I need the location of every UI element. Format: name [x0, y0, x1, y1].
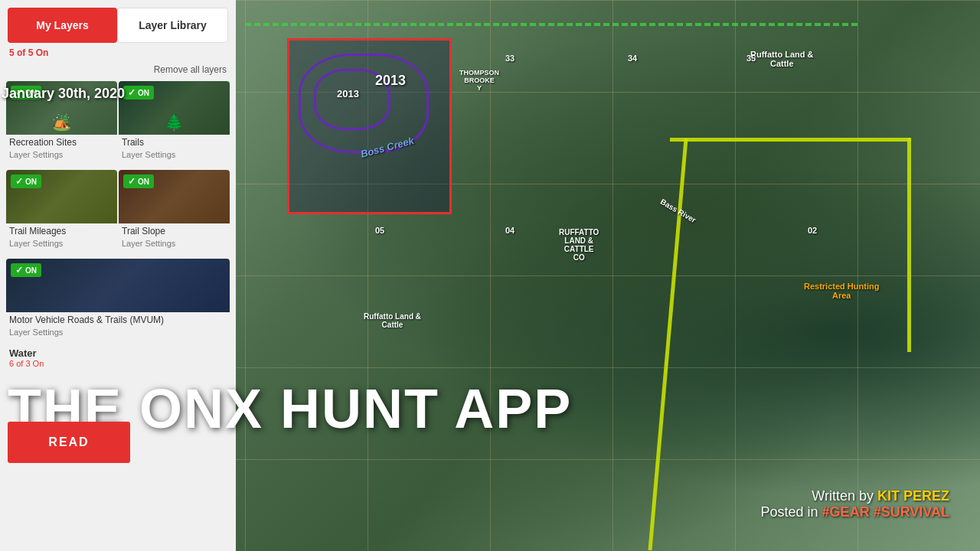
recreation-settings[interactable]: Layer Settings — [6, 149, 117, 164]
read-button-container: READ — [8, 422, 130, 463]
trail-mileages-label: Trail Mileages — [6, 223, 117, 238]
layer-card-motor-vehicle[interactable]: ✓ ON Motor Vehicle Roads & Trails (MVUM)… — [6, 259, 230, 341]
on-label-motor: ON — [25, 266, 37, 275]
trails-settings[interactable]: Layer Settings — [119, 149, 230, 164]
map-attribution: Written by KIT PEREZ Posted in #GEAR #SU… — [761, 488, 949, 520]
read-button[interactable]: READ — [8, 422, 130, 463]
written-by-text: Written by KIT PEREZ — [761, 488, 949, 504]
yellow-road-2 — [907, 138, 911, 352]
layer-grid-1: 🏕️ ✓ ON Recreation Sites Layer Settings … — [0, 81, 236, 170]
map-selection-box — [287, 38, 452, 214]
recreation-label: Recreation Sites — [6, 135, 117, 149]
on-label-trail-slope: ON — [138, 178, 149, 186]
check-icon-recreation: ✓ — [15, 87, 23, 98]
on-label-trail-mileages: ON — [25, 178, 37, 186]
grid-num-04: 04 — [505, 226, 514, 235]
layer-card-recreation[interactable]: 🏕️ ✓ ON Recreation Sites Layer Settings — [6, 81, 117, 164]
check-icon-trails: ✓ — [128, 87, 136, 98]
on-badge-trail-slope: ✓ ON — [123, 174, 154, 188]
trail-mileages-settings[interactable]: Layer Settings — [6, 238, 117, 253]
sidebar: My Layers Layer Library 5 of 5 On Remove… — [0, 0, 236, 551]
layer-img-recreation: 🏕️ ✓ ON — [6, 81, 117, 135]
layer-img-trail-slope: ✓ ON — [119, 170, 230, 223]
layer-img-trails: 🌲 ✓ ON — [119, 81, 230, 135]
sidebar-scroll[interactable]: Remove all layers 🏕️ ✓ ON Recreation Sit… — [0, 63, 236, 551]
check-icon-motor: ✓ — [15, 265, 23, 276]
tags-label: #GEAR #SURVIVAL — [822, 504, 949, 520]
tab-layer-library[interactable]: Layer Library — [117, 8, 228, 43]
layer-card-trails[interactable]: 🌲 ✓ ON Trails Layer Settings — [119, 81, 230, 164]
posted-in-label: Posted in — [761, 504, 818, 520]
layer-card-trail-mileages[interactable]: ✓ ON Trail Mileages Layer Settings — [6, 170, 117, 253]
tab-bar: My Layers Layer Library — [0, 0, 236, 43]
author-name: KIT PEREZ — [877, 488, 949, 504]
thompson-label: THOMPSONBROOKEY — [459, 69, 499, 92]
grid-num-34: 34 — [628, 54, 637, 63]
written-by-label: Written by — [812, 488, 874, 504]
motor-vehicle-label: Motor Vehicle Roads & Trails (MVUM) — [6, 312, 230, 327]
on-badge-recreation: ✓ ON — [11, 86, 41, 99]
tab-my-layers[interactable]: My Layers — [8, 8, 117, 43]
trails-label: Trails — [119, 135, 230, 149]
on-label-recreation: ON — [25, 89, 37, 97]
grid-num-05: 05 — [375, 226, 384, 235]
year-2013b-label: 2013 — [337, 88, 359, 99]
ruffatto-right-label: Ruffatto Land &Cattle — [750, 50, 813, 68]
check-icon-trail-slope: ✓ — [128, 176, 136, 187]
grid-num-02: 02 — [808, 226, 817, 235]
check-icon-trail-mileages: ✓ — [15, 176, 23, 187]
restricted-hunting-label: Restricted HuntingArea — [804, 282, 879, 300]
layer-card-trail-slope[interactable]: ✓ ON Trail Slope Layer Settings — [119, 170, 230, 253]
grid-num-33: 33 — [505, 54, 514, 63]
trail-slope-settings[interactable]: Layer Settings — [119, 238, 230, 253]
on-badge-motor: ✓ ON — [11, 263, 41, 277]
water-label: Water — [9, 347, 227, 359]
layer-img-motor: ✓ ON — [6, 259, 230, 312]
year-2013-label: 2013 — [375, 73, 406, 89]
trail-slope-label: Trail Slope — [119, 223, 230, 238]
on-badge-trail-mileages: ✓ ON — [11, 174, 41, 188]
grid-num-35: 35 — [746, 54, 756, 63]
yellow-road-3 — [670, 138, 911, 142]
layer-img-trail-mileages: ✓ ON — [6, 170, 117, 223]
green-trail — [245, 23, 858, 26]
remove-all-layers[interactable]: Remove all layers — [0, 63, 236, 81]
on-label-trails: ON — [138, 89, 149, 97]
posted-in-text: Posted in #GEAR #SURVIVAL — [761, 504, 949, 520]
on-badge-trails: ✓ ON — [123, 86, 154, 99]
ruffatto-center-label: RUFFATTOLAND &CATTLECO — [559, 228, 599, 262]
motor-settings[interactable]: Layer Settings — [6, 327, 230, 341]
water-section: Water 6 of 3 On — [0, 344, 236, 371]
layer-count: 5 of 5 On — [0, 43, 236, 63]
layer-grid-2: ✓ ON Trail Mileages Layer Settings ✓ ON … — [0, 170, 236, 259]
water-count: 6 of 3 On — [9, 359, 227, 368]
ruffatto-bottom-label: Ruffatto Land &Cattle — [364, 312, 421, 329]
